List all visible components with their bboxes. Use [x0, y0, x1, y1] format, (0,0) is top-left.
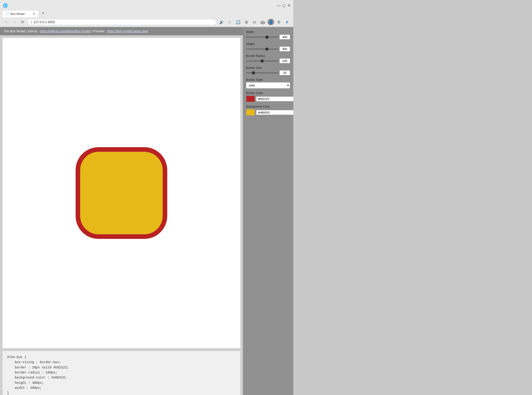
border-radius-slider[interactable] [246, 60, 278, 61]
read-aloud-button[interactable]: 🔊 [218, 19, 225, 25]
tabs-bar: 📄 Box Model ✕ + [0, 9, 293, 17]
border-color-row [246, 96, 290, 102]
background-color-label: Background Color [246, 105, 290, 108]
right-panel: Width Height Border Radius Border Size [243, 27, 293, 395]
header-text-prefix: The Box Model | Github : [4, 29, 39, 33]
border-radius-slider-row [246, 58, 290, 63]
background-color-swatch[interactable] [246, 109, 255, 115]
background-color-input[interactable] [256, 110, 293, 115]
url-text: 127.0.0.1:3000 [33, 20, 55, 24]
lock-icon: ℹ [31, 20, 32, 24]
height-slider[interactable] [246, 49, 278, 49]
preview-link[interactable]: https://box-model.pages.dev/ [107, 29, 148, 33]
page-header: The Box Model | Github : https://github.… [0, 27, 243, 35]
split-screen-button[interactable]: ⊞ [243, 19, 250, 25]
code-area: #the-box { box-sizing : border-box; bord… [2, 351, 241, 395]
header-preview-text: | Preview : [92, 29, 106, 33]
width-slider-row [246, 35, 290, 39]
border-color-swatch[interactable] [246, 96, 255, 102]
height-value-input[interactable] [280, 47, 290, 51]
forward-button[interactable]: → [11, 19, 17, 25]
reload-button[interactable]: ⟳ [19, 19, 26, 25]
height-control: Height [246, 42, 290, 51]
address-bar: ← → ⟳ ℹ 127.0.0.1:3000 🔊 ☆ 🔄 ⊞ 🗂 🤖 👤 ⚙ e [0, 17, 293, 27]
width-value-input[interactable] [280, 35, 290, 39]
address-icons: 🔊 ☆ 🔄 ⊞ 🗂 🤖 👤 ⚙ e [218, 19, 291, 25]
maximize-button[interactable]: ◻ [282, 4, 285, 7]
title-bar: 🌐 — ◻ ✕ [0, 0, 293, 9]
border-style-select[interactable]: solid dashed dotted double none [246, 82, 290, 88]
border-color-label: Border Color [246, 91, 290, 95]
minimize-button[interactable]: — [277, 4, 280, 7]
background-color-control: Background Color [246, 105, 290, 115]
tab-label: Box Model [11, 12, 25, 16]
copilot-button[interactable]: 🤖 [259, 19, 266, 25]
tab-close-button[interactable]: ✕ [32, 12, 36, 16]
edge-button[interactable]: e [284, 19, 291, 25]
border-size-label: Border Size [246, 66, 290, 70]
border-radius-label: Border Radius [246, 54, 290, 58]
avatar[interactable]: 👤 [268, 19, 274, 25]
border-size-slider[interactable] [246, 72, 278, 73]
border-radius-control: Border Radius [246, 54, 290, 63]
title-bar-left: 🌐 [3, 3, 8, 8]
border-style-label: Border Style [246, 78, 290, 81]
close-button[interactable]: ✕ [287, 4, 291, 7]
border-color-control: Border Color [246, 91, 290, 102]
border-size-value-input[interactable] [280, 70, 290, 75]
width-label: Width [246, 30, 290, 34]
height-label: Height [246, 42, 290, 46]
browser-icon: 🌐 [3, 3, 8, 8]
border-radius-value-input[interactable] [280, 58, 290, 63]
height-slider-row [246, 47, 290, 51]
border-size-slider-row [246, 70, 290, 75]
page-main: The Box Model | Github : https://github.… [0, 27, 243, 395]
page-wrapper: The Box Model | Github : https://github.… [0, 27, 293, 395]
github-link[interactable]: https://github.com/kidino/box-model [40, 29, 91, 33]
tab-box-model[interactable]: 📄 Box Model ✕ [2, 10, 39, 17]
favorites-button[interactable]: ☆ [226, 19, 233, 25]
width-slider[interactable] [246, 37, 278, 38]
extensions-button[interactable]: ⚙ [275, 19, 282, 25]
window-controls: — ◻ ✕ [277, 4, 291, 7]
tab-icon: 📄 [5, 12, 9, 16]
browser-chrome: 🌐 — ◻ ✕ 📄 Box Model ✕ + ← → ⟳ ℹ 127.0.0.… [0, 0, 293, 27]
url-box[interactable]: ℹ 127.0.0.1:3000 [27, 19, 216, 25]
browser-wallet-button[interactable]: 🔄 [235, 19, 241, 25]
background-color-row [246, 109, 290, 115]
back-button[interactable]: ← [3, 19, 9, 25]
preview-area [2, 38, 241, 348]
new-tab-button[interactable]: + [39, 9, 47, 17]
collections-button[interactable]: 🗂 [251, 19, 258, 25]
border-size-control: Border Size [246, 66, 290, 75]
border-color-input[interactable] [256, 97, 293, 101]
box-preview [76, 147, 167, 239]
border-style-control: Border Style solid dashed dotted double … [246, 78, 290, 88]
width-control: Width [246, 30, 290, 39]
